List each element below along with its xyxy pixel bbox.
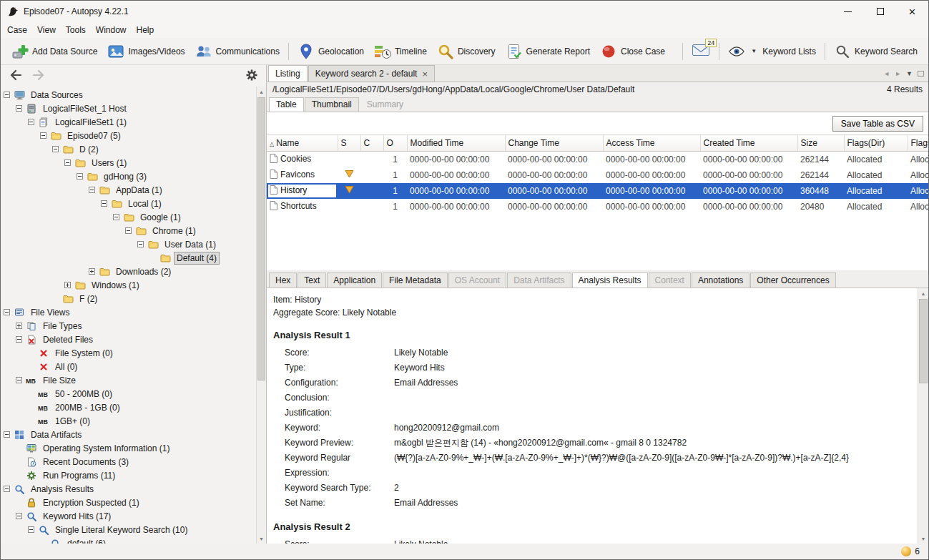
tree-expander[interactable]: [101, 200, 107, 207]
tree-expander[interactable]: [16, 323, 22, 329]
keyword-search-button[interactable]: Keyword Search: [829, 41, 923, 62]
tree-item-downloads-2[interactable]: Downloads (2): [1, 265, 256, 278]
maximize-view-icon[interactable]: [918, 71, 924, 77]
menu-help[interactable]: Help: [132, 24, 159, 36]
scroll-tabs-left-icon[interactable]: ◄: [883, 70, 890, 77]
tree-expander[interactable]: [113, 214, 119, 220]
content-tab-annotations[interactable]: Annotations: [692, 272, 749, 288]
content-tab-file-metadata[interactable]: File Metadata: [383, 272, 448, 288]
tree-item-analysis-results[interactable]: Analysis Results: [1, 482, 256, 496]
tree-item-windows-1[interactable]: Windows (1): [1, 278, 256, 292]
table-row[interactable]: Cookies10000-00-00 00:00:000000-00-00 00…: [267, 152, 928, 167]
tree-item-50-200mb-0[interactable]: MB50 - 200MB (0): [1, 387, 256, 401]
content-tab-other-occurrences[interactable]: Other Occurrences: [750, 272, 835, 288]
tree-item-file-size[interactable]: MBFile Size: [1, 373, 256, 387]
notifications-button[interactable]: 24: [687, 40, 715, 62]
maximize-button[interactable]: [864, 1, 896, 22]
column-header-size[interactable]: Size: [797, 135, 844, 152]
tree-item-local-1[interactable]: Local (1): [1, 197, 256, 210]
titlebar[interactable]: Episode07 - Autopsy 4.22.1 ×: [1, 1, 928, 22]
communications-button[interactable]: Communications: [190, 41, 285, 62]
column-header-c[interactable]: C: [360, 135, 383, 152]
tree-item-default-6[interactable]: default (6): [1, 536, 256, 544]
tree-item-single-literal-keyword-search-10[interactable]: Single Literal Keyword Search (10): [1, 523, 256, 536]
scrollbar-thumb[interactable]: [257, 97, 265, 380]
menu-tools[interactable]: Tools: [61, 24, 91, 36]
tree-expander[interactable]: [125, 227, 132, 234]
column-header-flags-dir[interactable]: Flags(Dir): [844, 135, 908, 152]
column-header-access-time[interactable]: Access Time: [603, 135, 700, 152]
tree-item-recent-documents-3[interactable]: Recent Documents (3): [1, 455, 256, 468]
tree-expander[interactable]: [4, 431, 10, 438]
close-case-button[interactable]: Close Case: [595, 41, 670, 62]
tree-item-run-programs-11[interactable]: Run Programs (11): [1, 468, 256, 482]
minimize-button[interactable]: [832, 1, 864, 22]
content-scrollbar[interactable]: ▲ ▼: [918, 288, 928, 544]
tree-expander[interactable]: [16, 105, 22, 112]
view-tab-table[interactable]: Table: [269, 97, 304, 112]
column-header-flags-meta[interactable]: Flags(Meta): [908, 135, 928, 152]
tree-item-users-1[interactable]: Users (1): [1, 156, 256, 170]
tree-expander[interactable]: [137, 241, 144, 247]
tree-item-deleted-files[interactable]: Deleted Files: [1, 333, 256, 346]
add-data-source-button[interactable]: Add Data Source: [6, 41, 102, 62]
tab-list-dropdown-icon[interactable]: ▼: [906, 70, 913, 77]
tree-item-encryption-suspected-1[interactable]: Encryption Suspected (1): [1, 496, 256, 509]
tree-item-logicalfileset1-1[interactable]: LogicalFileSet1 (1): [1, 115, 256, 129]
scroll-down-icon[interactable]: ▼: [257, 534, 266, 544]
tree-item-logicalfileset-1-host[interactable]: LogicalFileSet_1 Host: [1, 102, 256, 115]
tree-item-all-0[interactable]: All (0): [1, 360, 256, 373]
tree-expander[interactable]: [77, 173, 83, 180]
tree-expander[interactable]: [64, 159, 71, 166]
tree-expander[interactable]: [40, 132, 46, 139]
content-tab-text[interactable]: Text: [298, 272, 326, 288]
discovery-button[interactable]: Discovery: [432, 41, 501, 62]
tree-item-gdhong-3[interactable]: gdHong (3): [1, 170, 256, 183]
tree-item-episode07-5[interactable]: Episode07 (5): [1, 129, 256, 142]
background-tasks-icon[interactable]: [901, 546, 911, 556]
tree-item-keyword-hits-17[interactable]: Keyword Hits (17): [1, 509, 256, 523]
back-button[interactable]: [6, 67, 25, 84]
tree-expander[interactable]: [16, 377, 22, 383]
tree-item-user-data-1[interactable]: User Data (1): [1, 237, 256, 251]
tree-item-file-system-0[interactable]: File System (0): [1, 346, 256, 360]
table-row[interactable]: Shortcuts10000-00-00 00:00:000000-00-00 …: [267, 199, 928, 215]
menu-window[interactable]: Window: [91, 24, 132, 36]
tree-item-default-4[interactable]: Default (4): [1, 251, 256, 265]
menu-view[interactable]: View: [32, 24, 61, 36]
content-tab-hex[interactable]: Hex: [269, 272, 297, 288]
column-header-name[interactable]: △Name: [267, 135, 338, 152]
tree-expander[interactable]: [64, 282, 71, 288]
save-table-as-csv-button[interactable]: Save Table as CSV: [832, 116, 923, 132]
content-tab-application[interactable]: Application: [327, 272, 382, 288]
tree-expander[interactable]: [4, 92, 10, 98]
tab-listing[interactable]: Listing: [268, 65, 308, 82]
tree-item-google-1[interactable]: Google (1): [1, 210, 256, 224]
scroll-down-icon[interactable]: ▼: [918, 534, 928, 544]
images-videos-button[interactable]: Images/Videos: [102, 41, 190, 62]
tree-item-f-2[interactable]: F (2): [1, 292, 256, 305]
geolocation-button[interactable]: Geolocation: [293, 41, 369, 62]
tree-item-file-views[interactable]: File Views: [1, 305, 256, 319]
menu-case[interactable]: Case: [2, 24, 32, 36]
tree-expander[interactable]: [89, 268, 95, 275]
column-header-change-time[interactable]: Change Time: [505, 135, 603, 152]
keyword-lists-button[interactable]: ▼ Keyword Lists: [723, 41, 821, 62]
column-header-o[interactable]: O: [383, 135, 407, 152]
tree-item-data-artifacts[interactable]: Data Artifacts: [1, 428, 256, 441]
tree-options-button[interactable]: [243, 67, 260, 84]
tree-expander[interactable]: [4, 486, 10, 492]
close-tab-icon[interactable]: ×: [422, 69, 428, 79]
tree-expander[interactable]: [16, 513, 22, 519]
scroll-tabs-right-icon[interactable]: ►: [895, 70, 901, 77]
scroll-up-icon[interactable]: ▲: [257, 87, 266, 97]
table-row[interactable]: Favicons10000-00-00 00:00:000000-00-00 0…: [267, 167, 928, 183]
tree-item-chrome-1[interactable]: Chrome (1): [1, 224, 256, 237]
tree-expander[interactable]: [52, 146, 59, 152]
column-header-s[interactable]: S: [338, 135, 360, 152]
timeline-button[interactable]: Timeline: [369, 41, 432, 62]
table-row[interactable]: History10000-00-00 00:00:000000-00-00 00…: [267, 183, 928, 199]
tab-keyword-search-2-default[interactable]: Keyword search 2 - default×: [308, 65, 435, 82]
tree-item-200mb-1gb-0[interactable]: MB200MB - 1GB (0): [1, 401, 256, 414]
tree-item-appdata-1[interactable]: AppData (1): [1, 183, 256, 197]
